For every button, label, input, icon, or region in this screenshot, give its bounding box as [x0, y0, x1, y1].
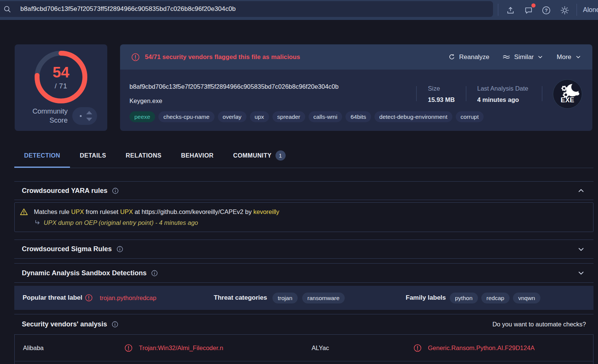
sun-icon — [560, 6, 569, 15]
section-title: Dynamic Analysis Sandbox Detections — [22, 269, 146, 277]
score-value: 54 — [15, 64, 107, 80]
engine-result: Generic.Ransom.Python.AI.F29D124A — [414, 335, 534, 361]
threat-categories-pills: trojan ransomware — [272, 286, 345, 310]
info-icon[interactable] — [112, 187, 119, 194]
table-row: Alibaba Trojan:Win32/Almi_Filecoder.n AL… — [15, 335, 593, 361]
similar-dropdown[interactable]: Similar — [502, 53, 544, 61]
threat-categories-label: Threat categories — [214, 286, 267, 310]
help-icon — [542, 6, 551, 15]
vertical-divider — [466, 86, 466, 101]
section-title: Crowdsourced Sigma Rules — [22, 245, 112, 253]
tag-pill[interactable]: calls-wmi — [309, 111, 342, 122]
automate-checks-link[interactable]: Do you want to automate checks? — [492, 321, 586, 328]
last-analysis-date-label: Last Analysis Date — [477, 85, 528, 92]
engine-result: Trojan:Win32/Almi_Filecoder.n — [125, 335, 223, 361]
yara-ruleset-link[interactable]: UPX — [120, 208, 133, 215]
tag-pill[interactable]: detect-debug-environment — [374, 111, 452, 122]
theme-toggle-button[interactable] — [560, 5, 569, 15]
chevron-down-icon[interactable] — [577, 268, 586, 278]
tag-pill[interactable]: overlay — [218, 111, 247, 122]
family-pill[interactable]: redcap — [481, 293, 510, 303]
yara-author-link[interactable]: kevoreilly — [253, 208, 279, 215]
category-pill[interactable]: trojan — [272, 293, 298, 303]
section-header-vendors-analysis: Security vendors' analysis Do you want t… — [14, 314, 593, 334]
more-dropdown[interactable]: More — [557, 53, 582, 61]
chevron-down-icon[interactable] — [577, 245, 586, 254]
upload-button[interactable] — [505, 5, 515, 15]
vendors-results-table: Alibaba Trojan:Win32/Almi_Filecoder.n AL… — [14, 334, 593, 364]
file-name: Keygen.exe — [129, 97, 162, 105]
popular-threat-label-row: Popular threat label trojan.python/redca… — [14, 286, 593, 310]
tag-pill[interactable]: spreader — [272, 111, 305, 122]
section-header-sigma-rules[interactable]: Crowdsourced Sigma Rules — [14, 240, 593, 259]
alert-circle-icon — [125, 344, 132, 352]
score-total: / 71 — [15, 82, 107, 90]
tag-pill[interactable]: upx — [250, 111, 269, 122]
report-tabs: DETECTION DETAILS RELATIONS BEHAVIOR COM… — [14, 143, 593, 168]
info-icon[interactable] — [116, 246, 123, 253]
similar-waves-icon — [502, 53, 511, 61]
vote-up-icon[interactable] — [86, 111, 92, 114]
threat-label-value[interactable]: trojan.python/redcap — [100, 286, 156, 310]
search-bar[interactable]: b8af9cbd706c13f5e7f20573ff5f2894966c9058… — [0, 1, 493, 17]
yara-match-description: UPX dump on OEP (original entry point) -… — [44, 219, 198, 227]
vertical-divider — [416, 86, 417, 101]
notifications-button[interactable] — [523, 5, 533, 15]
alert-circle-icon — [131, 53, 140, 61]
section-title: Security vendors' analysis — [22, 320, 107, 328]
detection-alert-strip: 54/71 security vendors flagged this file… — [120, 44, 592, 70]
tab-relations[interactable]: RELATIONS — [116, 143, 171, 168]
tag-pill[interactable]: checks-cpu-name — [158, 111, 214, 122]
community-count-badge: 1 — [275, 150, 286, 161]
tag-pill[interactable]: peexe — [129, 111, 155, 122]
alert-message: 54/71 security vendors flagged this file… — [145, 53, 300, 61]
community-score-label: Community Score — [32, 107, 68, 125]
engine-name: ALYac — [312, 335, 329, 361]
threat-alert-icon — [85, 286, 93, 310]
header-divider — [577, 4, 577, 16]
engine-name: Alibaba — [23, 335, 44, 361]
community-vote-widget[interactable] — [72, 107, 97, 125]
family-pill[interactable]: python — [450, 293, 478, 303]
family-pill[interactable]: vnqwn — [513, 293, 540, 303]
tab-details[interactable]: DETAILS — [70, 143, 116, 168]
svg-text:EXE: EXE — [561, 96, 575, 104]
alert-circle-icon — [414, 344, 421, 352]
yara-match-card: Matches rule UPX from ruleset UPX at htt… — [14, 202, 593, 232]
last-analysis-date-value: 4 minutes ago — [477, 96, 519, 103]
subdirectory-arrow-icon — [34, 219, 41, 226]
tab-detection[interactable]: DETECTION — [14, 143, 70, 168]
search-input[interactable]: b8af9cbd706c13f5e7f20573ff5f2894966c9058… — [20, 5, 236, 13]
help-button[interactable] — [541, 5, 551, 15]
vote-down-icon[interactable] — [86, 118, 92, 121]
file-hash[interactable]: b8af9cbd706c13f5e7f20573ff5f2894966c9058… — [129, 83, 339, 90]
yara-rule-link[interactable]: UPX — [71, 208, 84, 215]
section-header-sandbox-detections[interactable]: Dynamic Analysis Sandbox Detections — [14, 263, 593, 283]
info-icon[interactable] — [111, 321, 119, 328]
vertical-divider — [542, 86, 542, 101]
category-pill[interactable]: ransomware — [302, 293, 345, 303]
info-icon[interactable] — [151, 270, 158, 277]
section-header-yara-rules[interactable]: Crowdsourced YARA rules — [14, 181, 593, 200]
family-labels-pills: python redcap vnqwn — [450, 286, 540, 310]
yara-match-text: Matches rule UPX from ruleset UPX at htt… — [34, 208, 279, 216]
file-summary-banner: 54/71 security vendors flagged this file… — [120, 44, 592, 131]
tag-pill[interactable]: corrupt — [456, 111, 484, 122]
virustotal-file-report-page: b8af9cbd706c13f5e7f20573ff5f2894966c9058… — [0, 0, 598, 364]
top-navigation-bar: b8af9cbd706c13f5e7f20573ff5f2894966c9058… — [0, 0, 598, 20]
section-title: Crowdsourced YARA rules — [22, 187, 107, 195]
popular-threat-label: Popular threat label — [23, 286, 82, 310]
size-value: 15.93 MB — [428, 96, 455, 103]
reanalyze-button[interactable]: Reanalyze — [448, 53, 489, 61]
tag-pill[interactable]: 64bits — [345, 111, 371, 122]
chevron-up-icon[interactable] — [577, 186, 586, 195]
detection-score-card: 54 / 71 Community Score — [15, 44, 107, 131]
header-divider — [498, 4, 498, 16]
file-tags-row: peexe checks-cpu-name overlay upx spread… — [129, 111, 484, 122]
tab-behavior[interactable]: BEHAVIOR — [171, 143, 223, 168]
search-icon — [3, 5, 11, 13]
user-menu[interactable]: Alone — [583, 0, 598, 20]
warning-triangle-icon — [20, 208, 28, 216]
chevron-down-icon — [575, 53, 582, 61]
tab-community[interactable]: COMMUNITY 1 — [223, 143, 295, 168]
